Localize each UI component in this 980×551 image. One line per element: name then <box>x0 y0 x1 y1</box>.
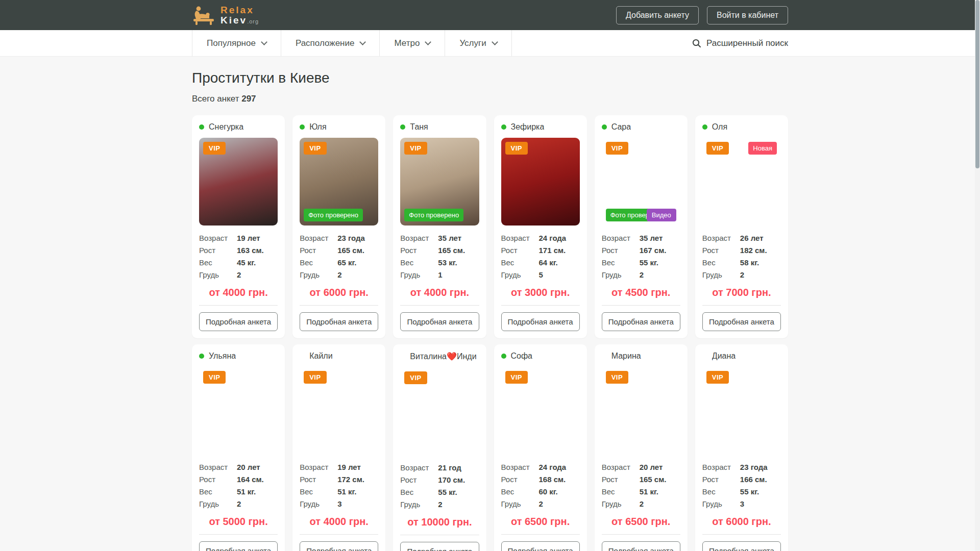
profile-name-row[interactable]: Оля <box>702 122 781 132</box>
stat-label: Возраст <box>702 234 740 242</box>
nav-item-location[interactable]: Расположение <box>281 30 380 56</box>
login-button[interactable]: Войти в кабинет <box>707 6 788 24</box>
profile-name-row[interactable]: Таня <box>400 122 479 132</box>
stat-label: Вес <box>300 487 337 496</box>
profile-card: Снегурка VIP Новая Фото проверено Видео … <box>192 115 285 338</box>
profile-name: Зефирка <box>511 122 545 132</box>
profile-photo[interactable]: VIP Новая Фото проверено Видео <box>501 138 580 226</box>
details-button[interactable]: Подробная анкета <box>300 541 378 551</box>
stat-label: Грудь <box>702 499 740 508</box>
site-logo[interactable]: Relax Kiev.org <box>192 5 259 26</box>
stat-value: 2 <box>438 500 442 509</box>
stat-row-age: Возраст 35 лет <box>400 232 479 244</box>
profile-photo[interactable]: VIP Новая Фото проверено Видео <box>300 367 378 455</box>
nav-item-label: Расположение <box>296 38 355 48</box>
profile-name: Софа <box>511 352 533 361</box>
profile-name: Ульяна <box>209 352 236 361</box>
profile-photo[interactable]: VIP Новая Фото проверено Видео <box>199 138 278 226</box>
vip-badge: VIP <box>304 371 326 384</box>
stat-label: Вес <box>400 488 438 496</box>
profile-name-row[interactable]: Марина <box>602 352 680 361</box>
stat-row-weight: Вес 55 кг. <box>400 486 479 498</box>
card-divider <box>501 305 580 306</box>
stat-row-age: Возраст 24 года <box>501 461 580 473</box>
stat-label: Возраст <box>400 463 438 472</box>
details-button[interactable]: Подробная анкета <box>400 542 479 551</box>
total-count-line: Всего анкет 297 <box>192 94 788 104</box>
nav-item-metro[interactable]: Метро <box>379 30 445 56</box>
details-button[interactable]: Подробная анкета <box>300 312 378 331</box>
stat-value: 51 кг. <box>337 487 356 496</box>
details-button[interactable]: Подробная анкета <box>702 541 781 551</box>
scrollbar-thumb[interactable] <box>975 0 979 168</box>
profile-photo[interactable]: VIP Новая Фото проверено Видео <box>501 367 580 455</box>
nav-item-services[interactable]: Услуги <box>445 30 511 56</box>
price: от 6000 грн. <box>702 516 781 528</box>
details-button[interactable]: Подробная анкета <box>501 312 580 331</box>
details-button[interactable]: Подробная анкета <box>702 312 781 331</box>
vip-badge: VIP <box>203 142 226 155</box>
profile-photo[interactable]: VIP Новая Фото проверено Видео <box>400 367 479 455</box>
details-button[interactable]: Подробная анкета <box>602 541 680 551</box>
stat-value: 164 см. <box>237 475 264 484</box>
stat-value: 35 лет <box>438 234 461 242</box>
profile-card: Ульяна VIP Новая Фото проверено Видео Во… <box>192 344 285 551</box>
stat-label: Грудь <box>400 270 438 279</box>
details-button[interactable]: Подробная анкета <box>400 312 479 331</box>
stat-row-weight: Вес 58 кг. <box>702 256 781 268</box>
online-status-dot <box>501 124 506 130</box>
stat-value: 172 см. <box>337 475 364 484</box>
profile-name-row[interactable]: Кайли <box>300 352 378 361</box>
logo-text: Relax Kiev.org <box>220 5 259 26</box>
profile-name-row[interactable]: Зефирка <box>501 122 580 132</box>
stat-label: Вес <box>199 258 237 267</box>
page-scrollbar[interactable] <box>975 0 980 551</box>
stat-label: Возраст <box>300 234 337 242</box>
stat-value: 64 кг. <box>538 258 557 267</box>
advanced-search-link[interactable]: Расширенный поиск <box>692 38 788 48</box>
price: от 6500 грн. <box>501 516 580 528</box>
vip-badge: VIP <box>505 142 528 155</box>
add-profile-button[interactable]: Добавить анкету <box>616 6 699 24</box>
stat-row-age: Возраст 19 лет <box>300 461 378 473</box>
profile-photo[interactable]: VIP Новая Фото проверено Видео <box>702 138 781 226</box>
profile-name-row[interactable]: Виталина❤️Инди <box>400 352 479 361</box>
card-divider <box>702 534 781 535</box>
stat-label: Вес <box>702 487 740 496</box>
profile-photo[interactable]: VIP Новая Фото проверено Видео <box>300 138 378 226</box>
details-button[interactable]: Подробная анкета <box>602 312 680 331</box>
stat-label: Грудь <box>199 270 237 279</box>
online-status-dot <box>602 124 607 130</box>
chevron-down-icon <box>425 39 432 45</box>
profile-name-row[interactable]: Софа <box>501 352 580 361</box>
stat-row-weight: Вес 60 кг. <box>501 485 580 497</box>
profile-photo[interactable]: VIP Новая Фото проверено Видео <box>702 367 781 455</box>
profile-name-row[interactable]: Сара <box>602 122 680 132</box>
stat-label: Вес <box>602 487 640 496</box>
vip-badge: VIP <box>606 371 628 384</box>
profile-name: Виталина❤️Инди <box>410 352 476 361</box>
profile-name-row[interactable]: Ульяна <box>199 352 278 361</box>
profile-name-row[interactable]: Диана <box>702 352 781 361</box>
stat-row-breast: Грудь 2 <box>702 268 781 281</box>
stat-value: 55 кг. <box>438 488 457 496</box>
profile-name-row[interactable]: Юля <box>300 122 378 132</box>
profile-photo[interactable]: VIP Новая Фото проверено Видео <box>400 138 479 226</box>
details-button[interactable]: Подробная анкета <box>199 541 278 551</box>
profile-photo[interactable]: VIP Новая Фото проверено Видео <box>602 138 680 226</box>
stat-row-weight: Вес 51 кг. <box>300 485 378 497</box>
stat-label: Возраст <box>702 463 740 471</box>
profile-photo[interactable]: VIP Новая Фото проверено Видео <box>602 367 680 455</box>
price: от 4000 грн. <box>300 516 378 528</box>
profile-name-row[interactable]: Снегурка <box>199 122 278 132</box>
stat-label: Грудь <box>501 270 539 279</box>
profile-card: Диана VIP Новая Фото проверено Видео Воз… <box>695 344 788 551</box>
details-button[interactable]: Подробная анкета <box>199 312 278 331</box>
details-button[interactable]: Подробная анкета <box>501 541 580 551</box>
price: от 6000 грн. <box>300 287 378 298</box>
stat-value: 2 <box>237 499 241 508</box>
profile-photo[interactable]: VIP Новая Фото проверено Видео <box>199 367 278 455</box>
stat-row-weight: Вес 55 кг. <box>702 485 781 497</box>
stat-row-age: Возраст 24 года <box>501 232 580 244</box>
nav-item-popular[interactable]: Популярное <box>192 30 281 56</box>
